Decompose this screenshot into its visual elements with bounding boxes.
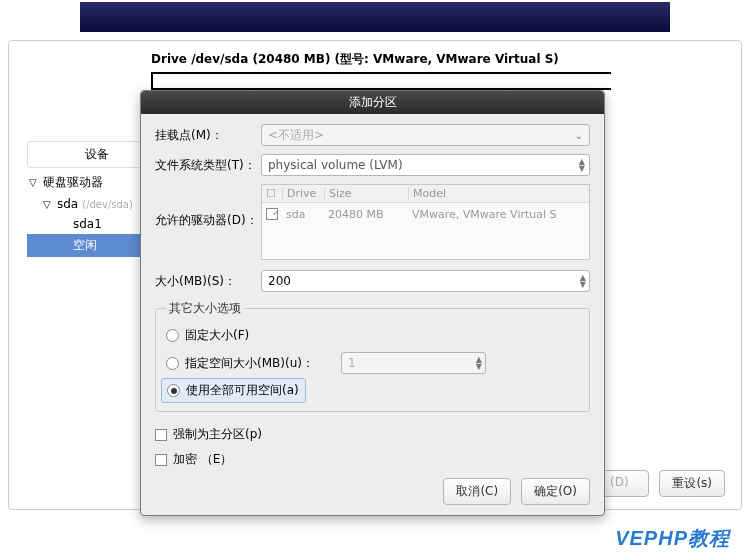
spinner-arrows-icon[interactable]: ▲▼ [580, 274, 586, 288]
drive-column: Drive [282, 187, 324, 200]
row-model: VMware, VMware Virtual S [408, 208, 589, 222]
mount-point-value: <不适用> [268, 127, 324, 144]
panel-buttons: (D) 重设(s) [589, 470, 725, 497]
tree-disk-path: (/dev/sda) [82, 199, 133, 210]
radio-fixed-label: 固定大小(F) [185, 327, 249, 344]
checkbox-column: ☐ [262, 187, 282, 200]
add-partition-dialog: 添加分区 挂载点(M)： <不适用> ⌄ 文件系统类型(T)： physical… [140, 90, 605, 516]
size-options-group: 其它大小选项 固定大小(F) 指定空间大小(MB)(u)： 1 ▲▼ 使用全部可… [155, 300, 590, 412]
radio-icon [167, 384, 180, 397]
updown-icon: ▲▼ [579, 158, 585, 172]
upto-spinner: 1 ▲▼ [341, 352, 486, 374]
radio-icon [166, 357, 179, 370]
force-primary-label: 强制为主分区(p) [173, 426, 262, 443]
tree-partition-label: sda1 [73, 217, 102, 231]
chevron-down-icon: ▽ [29, 177, 39, 188]
drive-usage-bar [151, 72, 611, 90]
mount-point-combo[interactable]: <不适用> ⌄ [261, 124, 590, 146]
title-banner [80, 2, 670, 32]
ok-button[interactable]: 确定(O) [521, 478, 590, 505]
fstype-combo[interactable]: physical volume (LVM) ▲▼ [261, 154, 590, 176]
cancel-button[interactable]: 取消(C) [443, 478, 511, 505]
size-label: 大小(MB)(S)： [155, 273, 255, 290]
force-primary-checkbox[interactable]: 强制为主分区(p) [155, 422, 590, 447]
mount-point-label: 挂载点(M)： [155, 127, 255, 144]
allowable-drives-label: 允许的驱动器(D)： [155, 184, 255, 229]
spinner-arrows-icon: ▲▼ [476, 356, 482, 370]
chevron-down-icon: ▽ [43, 199, 53, 210]
checkbox-icon [155, 429, 167, 441]
size-column: Size [324, 187, 408, 200]
radio-fixed-size[interactable]: 固定大小(F) [166, 323, 579, 348]
radio-fill-max[interactable]: 使用全部可用空间(a) [161, 378, 306, 403]
table-row[interactable]: sda 20480 MB VMware, VMware Virtual S [262, 203, 589, 227]
size-spinner[interactable]: 200 ▲▼ [261, 270, 590, 292]
upto-value: 1 [348, 356, 356, 370]
drive-summary: Drive /dev/sda (20480 MB) (型号: VMware, V… [21, 51, 729, 68]
dialog-title: 添加分区 [141, 91, 604, 114]
chevron-down-icon: ⌄ [575, 130, 583, 141]
radio-icon [166, 329, 179, 342]
encrypt-label: 加密 （E） [173, 451, 232, 468]
row-drive: sda [282, 208, 324, 222]
fstype-label: 文件系统类型(T)： [155, 157, 255, 174]
fstype-value: physical volume (LVM) [268, 158, 403, 172]
tree-disk-label: sda [57, 197, 78, 211]
allowable-drives-table[interactable]: ☐ Drive Size Model sda 20480 MB VMware, … [261, 184, 590, 260]
reset-button[interactable]: 重设(s) [659, 470, 725, 497]
radio-fill-up-to[interactable]: 指定空间大小(MB)(u)： 1 ▲▼ [166, 348, 579, 378]
row-size: 20480 MB [324, 208, 408, 222]
tree-root-label: 硬盘驱动器 [43, 174, 103, 191]
encrypt-checkbox[interactable]: 加密 （E） [155, 447, 590, 472]
watermark: VEPHP教程 [615, 525, 730, 552]
drive-table-header: ☐ Drive Size Model [262, 185, 589, 203]
radio-fill-label: 使用全部可用空间(a) [186, 382, 299, 399]
size-options-legend: 其它大小选项 [166, 300, 244, 317]
tree-free-label: 空闲 [73, 237, 97, 254]
size-value: 200 [268, 274, 291, 288]
model-column: Model [408, 187, 589, 200]
radio-upto-label: 指定空间大小(MB)(u)： [185, 355, 335, 372]
checkbox-icon [155, 454, 167, 466]
drive-checkbox[interactable] [266, 208, 278, 220]
